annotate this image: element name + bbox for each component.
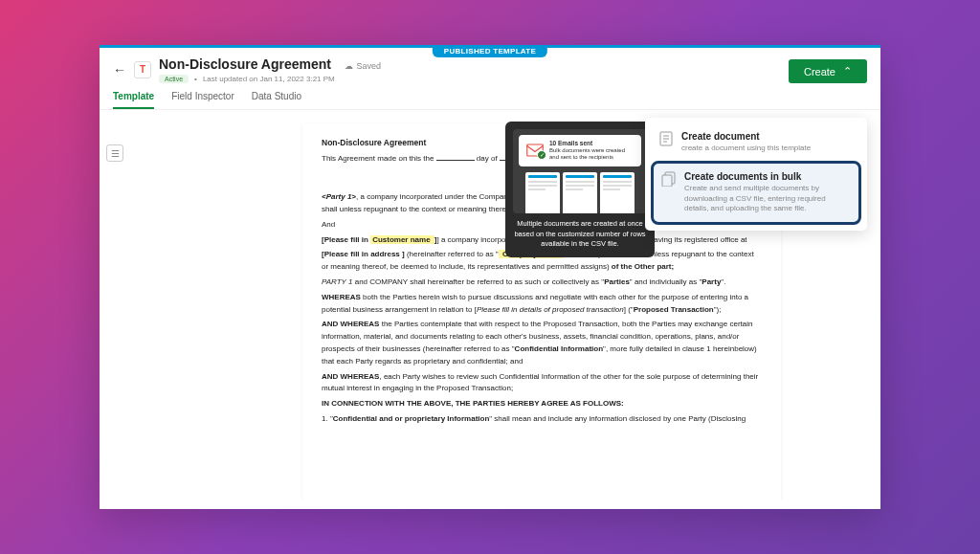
tooltip-text: Multiple documents are created at once b…: [513, 219, 647, 250]
documents-stack-icon: [661, 171, 677, 187]
create-button-label: Create: [804, 66, 835, 78]
tabs: Template Field Inspector Data Studio: [100, 83, 880, 110]
saved-indicator: ☁ Saved: [345, 61, 381, 71]
create-dropdown: Create document create a document using …: [645, 118, 867, 231]
tab-field-inspector[interactable]: Field Inspector: [171, 91, 234, 109]
dropdown-item-title: Create documents in bulk: [684, 171, 851, 182]
email-text: 10 Emails sent Bulk documents were creat…: [549, 140, 634, 162]
status-badge: Active: [159, 75, 189, 83]
doc-line: 1. "Confidential and or proprietary Info…: [322, 413, 762, 426]
mini-docs: [513, 172, 647, 213]
doc-line: AND WHEREAS, each Party wishes to review…: [322, 371, 762, 396]
cloud-icon: ☁: [345, 61, 353, 71]
check-icon: ✓: [537, 150, 546, 160]
doc-line: IN CONNECTION WITH THE ABOVE, THE PARTIE…: [322, 398, 762, 410]
doc-line: WHEREAS both the Parties herein wish to …: [322, 292, 762, 317]
svg-rect-6: [662, 175, 672, 187]
saved-label: Saved: [356, 61, 381, 71]
document-icon: [658, 131, 674, 146]
dropdown-item-desc: Create and send multiple documents by do…: [684, 184, 851, 213]
tab-data-studio[interactable]: Data Studio: [252, 91, 301, 109]
dropdown-item-title: Create document: [681, 131, 854, 142]
email-badge: ✓ 10 Emails sent Bulk documents were cre…: [519, 135, 641, 166]
tab-template[interactable]: Template: [113, 91, 154, 109]
dropdown-item-desc: create a document using this template: [681, 144, 854, 153]
content-area: ☰ Non-Disclosure Agreement This Agreemen…: [100, 110, 880, 499]
envelope-icon: ✓: [526, 144, 544, 157]
pages-icon[interactable]: ☰: [106, 144, 123, 162]
tooltip-illustration: ✓ 10 Emails sent Bulk documents were cre…: [513, 129, 647, 213]
left-rail: ☰: [100, 110, 130, 499]
template-icon: T: [134, 61, 151, 78]
page-title: Non-Disclosure Agreement: [159, 56, 331, 72]
app-window: PUBLISHED TEMPLATE ← T Non-Disclosure Ag…: [100, 45, 880, 509]
back-arrow-icon[interactable]: ←: [113, 62, 126, 78]
doc-line: AND WHEREAS the Parties contemplate that…: [322, 319, 762, 367]
chevron-up-icon: ⌃: [843, 65, 852, 78]
doc-line: PARTY 1 and COMPANY shall hereinafter be…: [322, 277, 762, 289]
dropdown-create-document[interactable]: Create document create a document using …: [651, 123, 861, 161]
header: ← T Non-Disclosure Agreement ☁ Saved Act…: [100, 48, 880, 83]
last-updated: Last updated on Jan 11, 2022 3:21 PM: [203, 75, 335, 83]
bulk-tooltip: ✓ 10 Emails sent Bulk documents were cre…: [505, 122, 655, 257]
dropdown-create-bulk[interactable]: Create documents in bulk Create and send…: [651, 161, 861, 224]
title-block: Non-Disclosure Agreement ☁ Saved Active …: [159, 55, 867, 83]
create-button[interactable]: Create ⌃: [789, 59, 867, 83]
meta-row: Active • Last updated on Jan 11, 2022 3:…: [159, 75, 867, 83]
